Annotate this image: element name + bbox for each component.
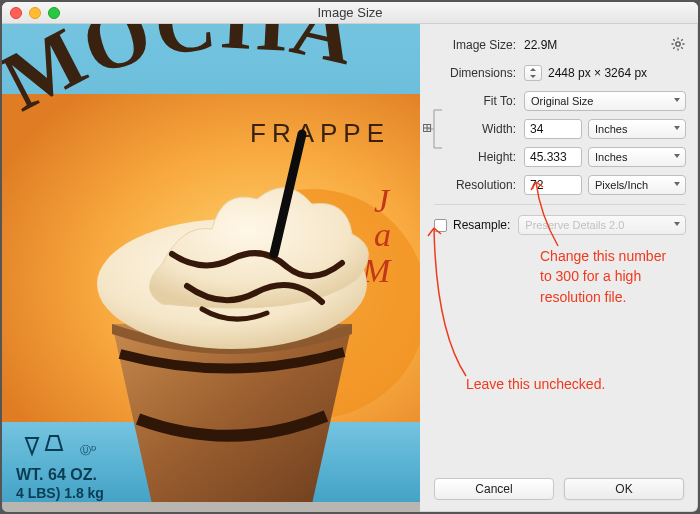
image-size-dialog: Image Size bbox=[2, 2, 698, 512]
link-icon: 𐌎 bbox=[422, 122, 432, 135]
resample-method-dropdown: Preserve Details 2.0 bbox=[518, 215, 686, 235]
dimensions-label: Dimensions: bbox=[434, 66, 524, 80]
svg-point-16 bbox=[676, 42, 680, 46]
svg-line-24 bbox=[673, 47, 674, 48]
svg-rect-15 bbox=[2, 502, 420, 512]
svg-text:a: a bbox=[374, 216, 391, 253]
gear-icon[interactable] bbox=[670, 36, 686, 55]
window-title: Image Size bbox=[2, 5, 698, 20]
image-size-label: Image Size: bbox=[434, 38, 524, 52]
dimensions-unit-toggle[interactable] bbox=[524, 65, 542, 81]
fit-to-label: Fit To: bbox=[434, 94, 524, 108]
svg-line-22 bbox=[681, 47, 682, 48]
svg-text:4 LBS) 1.8 kg: 4 LBS) 1.8 kg bbox=[16, 485, 104, 501]
width-unit-dropdown[interactable]: Inches bbox=[588, 119, 686, 139]
annotation-resolution: Change this number to 300 for a high res… bbox=[540, 246, 680, 307]
controls-panel: Image Size: 22.9M Dimensions: 2448 px × … bbox=[420, 24, 698, 512]
constrain-proportions-toggle[interactable]: 𐌎 bbox=[424, 106, 446, 152]
svg-text:WT. 64 OZ.: WT. 64 OZ. bbox=[16, 466, 97, 483]
svg-text:FRAPPE: FRAPPE bbox=[250, 118, 390, 148]
width-label: Width: bbox=[448, 122, 524, 136]
annotation-arrow-resample bbox=[424, 220, 474, 380]
height-label: Height: bbox=[448, 150, 524, 164]
height-input[interactable] bbox=[524, 147, 582, 167]
svg-text:J: J bbox=[374, 182, 391, 219]
fit-to-dropdown[interactable]: Original Size bbox=[524, 91, 686, 111]
ok-button[interactable]: OK bbox=[564, 478, 684, 500]
cancel-button[interactable]: Cancel bbox=[434, 478, 554, 500]
svg-text:Ⓤᴰ: Ⓤᴰ bbox=[80, 444, 96, 456]
titlebar: Image Size bbox=[2, 2, 698, 24]
resolution-unit-dropdown[interactable]: Pixels/Inch bbox=[588, 175, 686, 195]
svg-line-21 bbox=[673, 39, 674, 40]
image-preview: MOCHA FRAPPE J a M WT. 64 OZ. 4 LBS) 1.8… bbox=[2, 24, 420, 512]
resolution-label: Resolution: bbox=[434, 178, 524, 192]
svg-line-23 bbox=[681, 39, 682, 40]
width-input[interactable] bbox=[524, 119, 582, 139]
height-unit-dropdown[interactable]: Inches bbox=[588, 147, 686, 167]
resample-label: Resample: bbox=[453, 218, 510, 232]
dimensions-value: 2448 px × 3264 px bbox=[548, 66, 647, 80]
annotation-resample: Leave this unchecked. bbox=[466, 374, 605, 394]
resolution-input[interactable] bbox=[524, 175, 582, 195]
resample-checkbox[interactable] bbox=[434, 219, 447, 232]
preview-image: MOCHA FRAPPE J a M WT. 64 OZ. 4 LBS) 1.8… bbox=[2, 24, 420, 512]
image-size-value: 22.9M bbox=[524, 38, 557, 52]
